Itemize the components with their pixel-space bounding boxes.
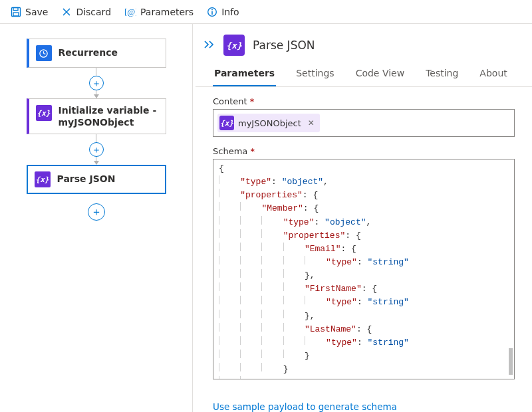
parse-json-icon: {x}: [35, 171, 51, 187]
node-parse-json[interactable]: {x} Parse JSON: [27, 165, 166, 194]
designer-canvas: Recurrence ＋ {x} Initialize variable - m…: [0, 24, 193, 412]
svg-line-11: [44, 53, 46, 54]
svg-point-8: [211, 9, 213, 10]
content-input[interactable]: {x} myJSONObject ✕: [213, 109, 515, 137]
action-panel: {x} Parse JSON Parameters Settings Code …: [193, 24, 532, 412]
info-button[interactable]: Info: [201, 4, 245, 20]
collapse-panel-button[interactable]: [203, 39, 215, 52]
chevron-right-double-icon: [203, 40, 215, 49]
scrollbar[interactable]: [509, 348, 513, 375]
parameters-label: Parameters: [140, 7, 194, 17]
add-step-button[interactable]: ＋: [89, 142, 104, 157]
add-step-button[interactable]: ＋: [88, 203, 105, 221]
add-step-button[interactable]: ＋: [89, 76, 104, 90]
save-label: Save: [25, 7, 48, 17]
connector: ＋: [9, 68, 183, 98]
dynamic-content-token[interactable]: {x} myJSONObject ✕: [217, 114, 320, 132]
variable-icon: {x}: [219, 116, 234, 130]
schema-label: Schema *: [213, 146, 515, 156]
close-icon: [61, 7, 72, 17]
parameters-button[interactable]: [@] Parameters: [119, 4, 199, 20]
svg-text:[@]: [@]: [124, 7, 136, 17]
tab-parameters[interactable]: Parameters: [213, 62, 276, 86]
svg-rect-1: [13, 7, 18, 10]
clock-icon: [36, 45, 52, 61]
tab-code-view[interactable]: Code View: [354, 62, 406, 86]
tab-settings[interactable]: Settings: [295, 62, 335, 86]
parse-json-icon: {x}: [223, 35, 245, 56]
content-label: Content *: [213, 96, 515, 106]
panel-title: Parse JSON: [253, 39, 315, 52]
panel-tabs: Parameters Settings Code View Testing Ab…: [196, 62, 532, 87]
svg-rect-2: [13, 13, 19, 16]
save-icon: [11, 7, 21, 17]
node-recurrence[interactable]: Recurrence: [27, 39, 166, 68]
info-icon: [207, 7, 217, 17]
node-initialize-variable[interactable]: {x} Initialize variable - myJSONObject: [27, 98, 166, 134]
connector: ＋: [9, 134, 183, 165]
discard-label: Discard: [76, 7, 111, 17]
info-label: Info: [221, 7, 239, 17]
parameters-icon: [@]: [124, 7, 136, 17]
node-label: Parse JSON: [57, 173, 116, 185]
node-label: Recurrence: [59, 47, 118, 59]
remove-token-button[interactable]: ✕: [308, 118, 315, 128]
tab-testing[interactable]: Testing: [424, 62, 460, 86]
schema-editor[interactable]: { "type": "object", "properties": { "Mem…: [213, 159, 515, 379]
node-label: Initialize variable - myJSONObject: [59, 105, 159, 128]
variable-icon: {x}: [36, 105, 52, 121]
command-bar: Save Discard [@] Parameters Info: [0, 0, 532, 24]
save-button[interactable]: Save: [5, 4, 53, 20]
token-label: myJSONObject: [238, 118, 301, 128]
tab-about[interactable]: About: [478, 62, 508, 86]
use-sample-payload-link[interactable]: Use sample payload to generate schema: [213, 401, 397, 412]
discard-button[interactable]: Discard: [56, 4, 116, 20]
